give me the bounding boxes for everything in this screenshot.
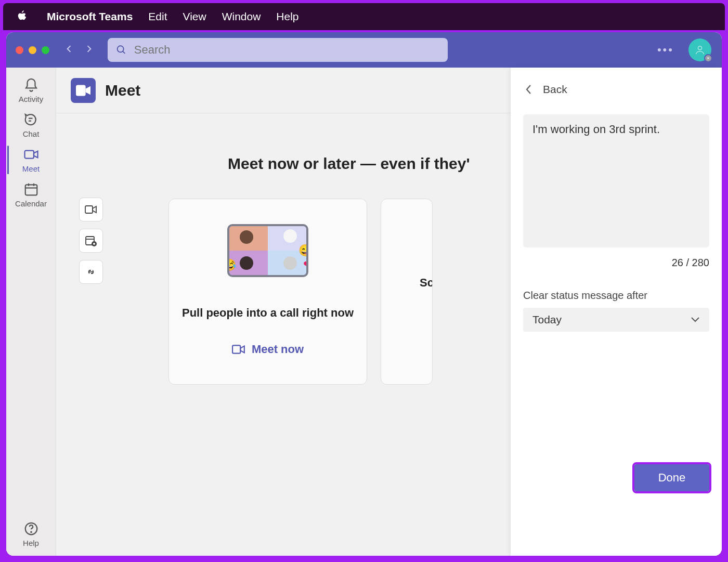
svg-point-11 [31, 532, 32, 533]
status-message-input[interactable] [523, 114, 709, 247]
nav-back-button[interactable] [64, 44, 74, 56]
svg-rect-5 [24, 151, 34, 159]
presence-badge: × [704, 54, 712, 62]
window-maximize-button[interactable] [42, 46, 49, 54]
chevron-down-icon [691, 317, 700, 323]
rail-activity[interactable]: Activity [7, 73, 55, 108]
svg-point-0 [118, 46, 124, 52]
rail-calendar[interactable]: Calendar [7, 177, 55, 212]
search-icon [116, 44, 127, 56]
titlebar: ••• × [6, 32, 722, 68]
page-title: Meet [105, 82, 140, 99]
svg-rect-6 [25, 185, 37, 195]
apple-icon[interactable] [17, 10, 28, 24]
dropdown-value: Today [532, 313, 562, 326]
svg-rect-12 [76, 85, 86, 96]
meet-now-card: 😄😂❤ Pull people into a call right now Me… [168, 199, 367, 385]
app-rail: Activity Chat Meet Calendar Help [6, 68, 56, 556]
chevron-left-icon [525, 84, 532, 95]
rail-label: Chat [23, 129, 40, 138]
rail-label: Help [23, 539, 39, 547]
app-window: ••• × Activity Chat M [6, 32, 722, 556]
bell-icon [23, 77, 39, 93]
menu-help[interactable]: Help [276, 10, 298, 23]
rail-label: Meet [22, 164, 40, 173]
main-content: Meet Meet now or later — even if they' [56, 68, 722, 556]
rail-help[interactable]: Help [7, 517, 55, 552]
done-button[interactable]: Done [634, 464, 709, 491]
schedule-card: Sc [381, 199, 433, 385]
back-label: Back [543, 83, 567, 96]
chat-icon [23, 112, 39, 127]
svg-rect-13 [85, 206, 93, 213]
card-title: Sc [420, 276, 433, 290]
menu-window[interactable]: Window [222, 10, 261, 23]
rail-label: Calendar [15, 199, 47, 208]
page-app-icon [71, 78, 96, 103]
rail-chat[interactable]: Chat [7, 108, 55, 142]
nav-forward-button[interactable] [84, 44, 94, 56]
person-icon [694, 44, 706, 56]
calendar-icon [23, 181, 39, 197]
search-input[interactable] [134, 43, 439, 57]
window-minimize-button[interactable] [29, 46, 36, 54]
svg-line-1 [123, 51, 125, 54]
svg-rect-20 [232, 345, 240, 353]
window-close-button[interactable] [16, 46, 23, 54]
quick-schedule-button[interactable] [79, 229, 103, 253]
meet-now-label: Meet now [252, 343, 304, 356]
quick-meet-now-button[interactable] [79, 198, 103, 221]
video-icon [232, 344, 245, 355]
meet-now-illustration: 😄😂❤ [227, 224, 308, 277]
status-message-panel: Back 26 / 280 Clear status message after… [511, 68, 722, 556]
macos-menubar: Microsoft Teams Edit View Window Help [3, 3, 725, 30]
profile-avatar[interactable]: × [688, 38, 711, 61]
rail-meet[interactable]: Meet [7, 142, 55, 177]
svg-point-2 [698, 46, 701, 50]
menu-edit[interactable]: Edit [148, 10, 167, 23]
menu-view[interactable]: View [183, 10, 206, 23]
menubar-app-name[interactable]: Microsoft Teams [47, 10, 133, 23]
more-options-button[interactable]: ••• [657, 43, 674, 57]
meet-now-button[interactable]: Meet now [232, 343, 304, 356]
help-icon [23, 521, 39, 537]
card-title: Pull people into a call right now [182, 306, 354, 320]
quick-join-link-button[interactable] [79, 260, 103, 284]
clear-after-dropdown[interactable]: Today [523, 308, 709, 332]
panel-back-button[interactable]: Back [525, 83, 709, 96]
window-controls [16, 46, 49, 54]
search-field[interactable] [108, 38, 448, 62]
character-count: 26 / 280 [523, 257, 709, 269]
rail-label: Activity [19, 95, 44, 103]
clear-after-label: Clear status message after [523, 290, 709, 302]
video-icon [23, 147, 39, 162]
